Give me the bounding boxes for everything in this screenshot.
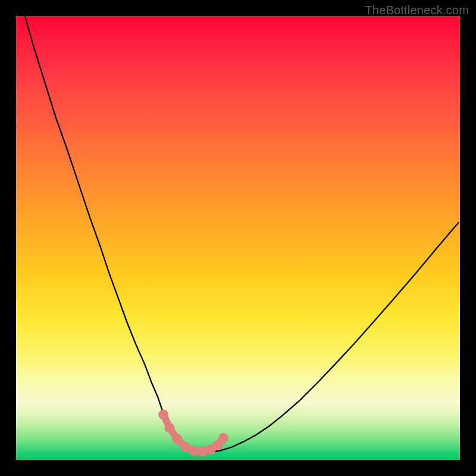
- curve-marker-dot: [158, 409, 168, 419]
- plot-area: [16, 16, 460, 460]
- curve-marker-dot: [165, 423, 175, 433]
- chart-svg: [16, 16, 460, 460]
- curve-marker-dot: [218, 433, 228, 443]
- curve-markers: [158, 409, 228, 456]
- watermark-text: TheBottleneck.com: [365, 4, 469, 17]
- bottleneck-curve: [25, 16, 459, 452]
- curve-line: [25, 16, 459, 452]
- chart-stage: TheBottleneck.com: [0, 0, 476, 476]
- curve-marker-dot: [172, 434, 182, 444]
